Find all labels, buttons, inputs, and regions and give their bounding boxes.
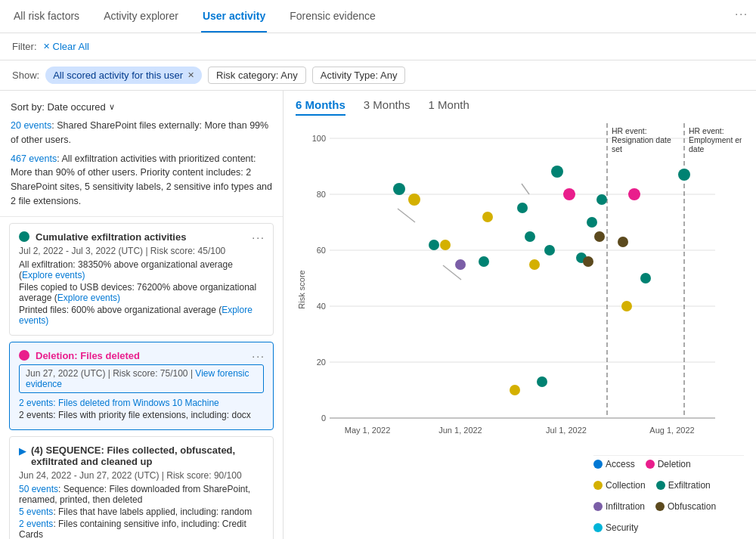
svg-text:20: 20	[317, 358, 326, 367]
seq-arrow-icon[interactable]: ▶	[19, 445, 26, 457]
pill-close-icon[interactable]: ✕	[187, 70, 194, 80]
main-content: Sort by: Date occured ∨ 20 events: Share…	[0, 91, 756, 539]
dot-10[interactable]	[529, 259, 540, 270]
dot-2[interactable]	[408, 194, 420, 206]
show-pill[interactable]: All scored activity for this user ✕	[45, 67, 202, 84]
tab-forensic-evidence[interactable]: Forensic evidence	[288, 0, 377, 33]
time-tab-1month[interactable]: 1 Month	[429, 98, 469, 116]
svg-text:Jun 1, 2022: Jun 1, 2022	[438, 426, 482, 435]
deletion-date: Jun 27, 2022 (UTC) | Risk score: 75/100 …	[26, 368, 193, 379]
dot-20[interactable]	[596, 194, 607, 205]
svg-text:40: 40	[317, 302, 326, 311]
dot-6[interactable]	[479, 256, 489, 267]
card-more-icon[interactable]: ···	[252, 231, 265, 243]
svg-text:HR event:: HR event:	[689, 126, 724, 135]
legend: Access Deletion Collection Exfiltration …	[593, 455, 744, 533]
seq-count-1[interactable]: 50 events	[19, 484, 58, 494]
card-deletion: ··· Deletion: Files deleted Jun 27, 2022…	[9, 342, 274, 430]
dot-25[interactable]	[678, 169, 690, 181]
time-tab-6months[interactable]: 6 Months	[296, 98, 345, 116]
dot-17[interactable]	[583, 256, 593, 267]
card-title-exfiltration: Cumulative exfiltration activities	[36, 231, 186, 243]
dot-23[interactable]	[628, 188, 640, 200]
show-row: Show: All scored activity for this user …	[0, 60, 756, 91]
filter-row: Filter: ✕ Clear All	[0, 33, 756, 60]
tab-all-risk[interactable]: All risk factors	[12, 0, 81, 33]
legend-label-security: Security	[606, 522, 638, 533]
legend-label-obfuscation: Obfuscation	[668, 501, 716, 512]
top-tabs: All risk factors Activity explorer User …	[0, 0, 756, 33]
explore-events-3[interactable]: Explore events)	[19, 305, 253, 326]
legend-item-exfiltration: Exfiltration	[656, 480, 711, 491]
seq-count-2[interactable]: 5 events	[19, 506, 53, 517]
sort-row[interactable]: Sort by: Date occured ∨	[0, 98, 283, 119]
seq-line-3: 2 events: Files containing sensitive inf…	[19, 519, 264, 540]
time-tab-3months[interactable]: 3 Months	[364, 98, 411, 116]
svg-text:60: 60	[317, 246, 326, 255]
dot-5[interactable]	[455, 259, 466, 270]
tab-user-activity[interactable]: User activity	[201, 0, 267, 33]
seq-title: (4) SEQUENCE: Files collected, obfuscate…	[31, 445, 264, 467]
dot-22[interactable]	[621, 301, 632, 311]
event-summary-1: 20 events: Shared SharePoint files exter…	[0, 119, 283, 152]
explore-events-2[interactable]: Explore events)	[57, 293, 120, 303]
dot-12[interactable]	[537, 376, 547, 387]
svg-text:HR event:: HR event:	[612, 126, 647, 135]
dot-4[interactable]	[440, 240, 451, 250]
sort-label: Sort by: Date occured	[11, 101, 106, 113]
legend-dot-infiltration	[593, 502, 603, 511]
event-count-1[interactable]: 20 events	[11, 120, 51, 131]
legend-dot-exfiltration	[656, 481, 665, 490]
card-more-icon-deletion[interactable]: ···	[252, 350, 265, 362]
legend-dot-security	[593, 523, 603, 532]
svg-text:May 1, 2022: May 1, 2022	[345, 426, 391, 435]
card-line-exfil-2: Files copied to USB devices: 76200% abov…	[19, 282, 264, 303]
tab-activity-explorer[interactable]: Activity explorer	[102, 0, 180, 33]
svg-text:Resignation date: Resignation date	[612, 135, 671, 144]
explore-events-1[interactable]: Explore events)	[22, 270, 85, 280]
legend-item-access: Access	[593, 459, 635, 469]
seq-header: ▶ (4) SEQUENCE: Files collected, obfusca…	[19, 445, 264, 467]
dot-14[interactable]	[551, 166, 563, 178]
seq-count-3[interactable]: 2 events	[19, 519, 53, 529]
legend-label-access: Access	[606, 459, 635, 469]
dot-19[interactable]	[594, 231, 605, 242]
svg-text:set: set	[612, 144, 622, 153]
card-meta-exfiltration: Jul 2, 2022 - Jul 3, 2022 (UTC) | Risk s…	[19, 246, 264, 256]
svg-line-26	[398, 209, 415, 222]
clear-all-label: Clear All	[53, 41, 89, 52]
chart-area: Risk score 100 80 60 40 20 0 May 1, 2022	[296, 123, 744, 494]
card-line-exfil-1: All exfiltration: 38350% above organizat…	[19, 259, 264, 280]
legend-item-security: Security	[593, 522, 638, 533]
activity-type-chip[interactable]: Activity Type: Any	[312, 67, 406, 84]
filter-label: Filter:	[12, 41, 37, 52]
seq-line-1: 50 events: Sequence: Files downloaded fr…	[19, 484, 264, 505]
legend-dot-obfuscation	[655, 502, 665, 511]
event-count-2[interactable]: 467 events	[11, 153, 57, 164]
legend-dot-deletion	[646, 460, 655, 469]
risk-category-chip[interactable]: Risk category: Any	[208, 67, 306, 84]
svg-line-28	[522, 184, 529, 194]
dot-11[interactable]	[525, 231, 535, 242]
dot-21[interactable]	[618, 237, 628, 247]
left-panel: Sort by: Date occured ∨ 20 events: Share…	[0, 91, 284, 539]
dot-9[interactable]	[517, 203, 528, 213]
dot-8[interactable]	[510, 385, 520, 395]
seq-line-2: 5 events: Files that have labels applied…	[19, 506, 264, 517]
x-icon: ✕	[43, 42, 50, 51]
svg-text:Risk score: Risk score	[297, 270, 306, 308]
card-header-exfiltration: Cumulative exfiltration activities	[19, 231, 264, 243]
dot-13[interactable]	[544, 245, 555, 256]
card-dot-exfiltration	[19, 231, 29, 242]
dot-1[interactable]	[393, 183, 405, 195]
dot-15[interactable]	[563, 188, 575, 200]
dot-18[interactable]	[587, 217, 597, 228]
event-summary-2: 467 events: All exfiltration activities …	[0, 152, 283, 217]
dot-24[interactable]	[640, 273, 651, 283]
clear-all-button[interactable]: ✕ Clear All	[43, 41, 89, 52]
dot-3[interactable]	[429, 240, 439, 250]
svg-text:80: 80	[317, 190, 326, 199]
dot-7[interactable]	[482, 212, 493, 222]
legend-label-deletion: Deletion	[658, 459, 691, 469]
card-meta-deletion: Jun 27, 2022 (UTC) | Risk score: 75/100 …	[19, 364, 264, 393]
